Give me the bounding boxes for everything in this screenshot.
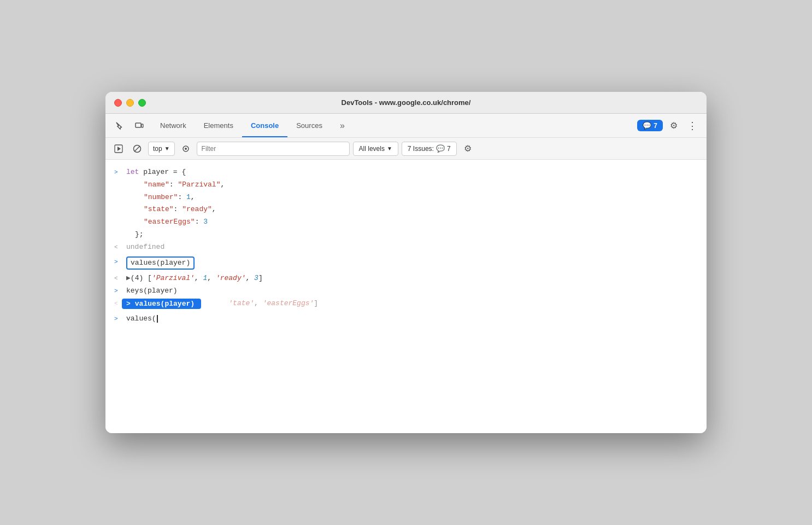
code-line: let player = { — [126, 167, 698, 178]
tab-console[interactable]: Console — [242, 114, 287, 137]
autocomplete-text: values(player) — [135, 300, 195, 308]
filter-input[interactable] — [197, 142, 350, 156]
code-line: keys(player) — [126, 285, 698, 297]
issues-badge[interactable]: 💬 7 — [637, 120, 663, 131]
inspect-icon-button[interactable] — [112, 118, 127, 133]
input-arrow: > — [114, 167, 122, 178]
svg-point-7 — [185, 148, 187, 150]
levels-dropdown-icon: ▼ — [387, 145, 392, 151]
settings-button[interactable]: ⚙ — [666, 118, 681, 133]
tab-elements[interactable]: Elements — [195, 114, 242, 137]
empty-arrow — [114, 204, 122, 205]
clear-console-button[interactable] — [130, 141, 145, 156]
console-line-continuation-4: "easterEggs": 3 — [105, 216, 707, 229]
console-line-continuation-3: "state": "ready", — [105, 203, 707, 216]
more-menu-button[interactable]: ⋮ — [685, 118, 700, 133]
context-selector[interactable]: top ▼ — [148, 142, 175, 156]
code-line: "name": "Parzival", — [126, 179, 698, 191]
issues-bubble-icon: 💬 — [643, 121, 651, 130]
autocomplete-prompt: > — [126, 300, 131, 308]
live-expressions-button[interactable] — [178, 141, 193, 156]
console-line-continuation-2: "number": 1, — [105, 191, 707, 204]
issues-count-label: 7 Issues: — [408, 145, 434, 153]
tab-bar: Network Elements Console Sources » 💬 7 ⚙… — [105, 114, 707, 138]
close-button[interactable] — [114, 99, 122, 107]
issues-number: 7 — [447, 145, 451, 153]
log-levels-button[interactable]: All levels ▼ — [353, 142, 398, 156]
empty-arrow — [114, 192, 122, 193]
svg-line-5 — [134, 146, 140, 151]
maximize-button[interactable] — [138, 99, 146, 107]
console-toolbar: top ▼ All levels ▼ 7 Issues: 💬 7 ⚙ — [105, 138, 707, 160]
context-label: top — [153, 145, 162, 153]
code-line: "easterEggs": 3 — [126, 217, 698, 228]
code-line: ▶(4) ['Parzival', 1, 'ready', 3] — [126, 273, 698, 284]
tab-bar-right: 💬 7 ⚙ ⋮ — [637, 118, 700, 133]
title-bar: DevTools - www.google.co.uk/chrome/ — [105, 92, 707, 114]
empty-arrow — [114, 179, 122, 180]
svg-marker-3 — [117, 147, 121, 151]
devtools-window: DevTools - www.google.co.uk/chrome/ Netw… — [105, 92, 707, 433]
input-arrow: > — [114, 313, 122, 324]
autocomplete-suggestion[interactable]: > values(player) — [122, 299, 201, 309]
tab-network[interactable]: Network — [151, 114, 195, 137]
svg-rect-0 — [136, 123, 141, 127]
cursor — [157, 315, 158, 323]
window-title: DevTools - www.google.co.uk/chrome/ — [342, 98, 471, 107]
console-line-keys-input: > keys(player) — [105, 285, 707, 298]
return-arrow: < — [114, 298, 122, 309]
issues-count-button[interactable]: 7 Issues: 💬 7 — [402, 142, 457, 156]
context-dropdown-icon: ▼ — [164, 145, 170, 151]
return-arrow: < — [114, 242, 122, 253]
console-line-continuation-1: "name": "Parzival", — [105, 179, 707, 191]
code-line: undefined — [126, 242, 698, 253]
device-toggle-button[interactable] — [132, 118, 147, 133]
empty-arrow — [114, 229, 122, 230]
code-line: values(player) — [126, 256, 698, 270]
console-settings-button[interactable]: ⚙ — [460, 141, 475, 156]
traffic-lights — [114, 99, 146, 107]
console-line-values-input[interactable]: > values(player) — [105, 256, 707, 271]
autocomplete-container: < ◀(4) [██████████████████'tate', 'easte… — [105, 298, 707, 313]
minimize-button[interactable] — [126, 99, 134, 107]
svg-rect-1 — [142, 124, 143, 127]
issues-count: 7 — [654, 122, 657, 130]
console-line-current-input[interactable]: > values( — [105, 313, 707, 325]
levels-label: All levels — [359, 145, 385, 153]
code-line: values( — [126, 313, 698, 325]
input-arrow: > — [114, 256, 122, 267]
console-output: > let player = { "name": "Parzival", "nu… — [105, 160, 707, 433]
console-line-input-1: > let player = { — [105, 166, 707, 179]
tab-more[interactable]: » — [331, 114, 354, 137]
code-line: "state": "ready", — [126, 204, 698, 215]
run-script-button[interactable] — [111, 141, 126, 156]
input-arrow: > — [114, 285, 122, 296]
tab-bar-left-icons — [112, 118, 147, 133]
return-arrow: < — [114, 273, 122, 284]
code-line: }; — [126, 229, 698, 241]
code-line: ◀(4) [██████████████████'tate', 'easterE… — [126, 298, 698, 310]
console-line-continuation-5: }; — [105, 229, 707, 241]
highlighted-command: values(player) — [126, 256, 195, 270]
tab-sources[interactable]: Sources — [287, 114, 331, 137]
console-line-output-1: < undefined — [105, 241, 707, 254]
code-line: "number": 1, — [126, 192, 698, 203]
autocomplete-popup[interactable]: > values(player) — [122, 299, 201, 309]
empty-arrow — [114, 217, 122, 218]
main-tabs: Network Elements Console Sources » — [151, 114, 637, 137]
issues-bubble-icon: 💬 — [436, 144, 445, 153]
console-line-result-1: < ▶(4) ['Parzival', 1, 'ready', 3] — [105, 272, 707, 285]
